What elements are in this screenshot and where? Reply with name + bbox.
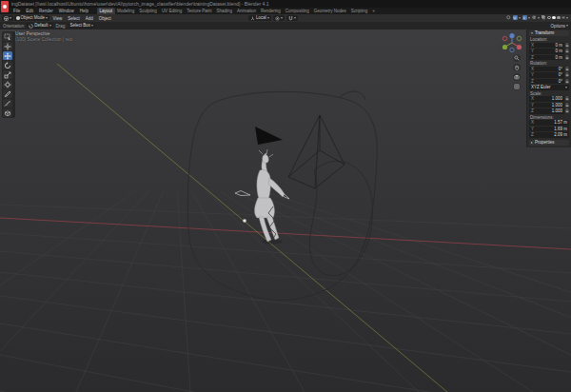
tool-cursor[interactable]: [3, 42, 12, 50]
mode-selector[interactable]: Object Mode: [14, 15, 49, 21]
orientation-value: Local: [256, 15, 266, 21]
shading-wireframe-button[interactable]: [547, 16, 551, 20]
tab-rendering[interactable]: Rendering: [258, 8, 283, 14]
menu-add[interactable]: Add: [83, 16, 95, 21]
snap-dropdown[interactable]: [286, 15, 298, 21]
snap-toggle[interactable]: [513, 15, 518, 20]
add-workspace-button[interactable]: +: [370, 8, 378, 14]
chevron-down-icon: [531, 32, 533, 34]
menu-edit[interactable]: Edit: [23, 9, 36, 13]
camera-view-button[interactable]: [513, 73, 521, 81]
location-y-field[interactable]: Y0 m: [529, 49, 564, 54]
measure-ruler-icon: [4, 100, 11, 108]
menu-file[interactable]: File: [10, 9, 23, 13]
xray-toggle[interactable]: [541, 15, 546, 20]
lock-open-icon[interactable]: [565, 72, 569, 77]
scale-x-field[interactable]: X1.000: [529, 96, 564, 102]
menu-help[interactable]: Help: [77, 9, 91, 13]
rotation-z-field[interactable]: Z0°: [529, 79, 564, 85]
tool-transform[interactable]: [3, 80, 12, 88]
gizmo-z-axis[interactable]: [509, 33, 514, 38]
gizmo-x-axis[interactable]: [517, 45, 522, 49]
tool-select-box[interactable]: [3, 32, 12, 41]
lock-open-icon[interactable]: [565, 55, 569, 60]
viewport-nav-buttons: [513, 54, 521, 90]
location-label: Location:: [530, 37, 569, 42]
tool-scale[interactable]: [3, 70, 12, 79]
transform-panel-header[interactable]: Transform: [529, 30, 569, 36]
menu-view[interactable]: View: [50, 16, 65, 21]
tool-add-cube[interactable]: [3, 108, 12, 117]
tab-uv-editing[interactable]: UV Editing: [159, 8, 184, 14]
gizmos-toggle[interactable]: [522, 15, 527, 20]
pan-button[interactable]: [513, 64, 521, 71]
properties-panel-header[interactable]: Properties: [529, 140, 569, 146]
3d-viewport[interactable]: User Perspective (100) Scene Collection …: [0, 29, 571, 392]
tool-orientation-value: Default: [34, 23, 48, 29]
rotation-y-field[interactable]: Y0°: [529, 72, 564, 78]
chevron-down-icon[interactable]: [519, 17, 521, 19]
lock-open-icon[interactable]: [565, 49, 569, 53]
tab-shading[interactable]: Shading: [214, 8, 235, 14]
chevron-down-icon: [565, 87, 567, 88]
tool-annotate[interactable]: [3, 89, 12, 98]
tool-move[interactable]: [3, 51, 12, 60]
chevron-down-icon[interactable]: [538, 17, 540, 19]
perspective-toggle-button[interactable]: [513, 83, 521, 90]
shading-rendered-button[interactable]: [561, 16, 565, 20]
lock-open-icon[interactable]: [565, 103, 569, 108]
tab-texture-paint[interactable]: Texture Paint: [185, 8, 214, 14]
magnet-icon: [288, 16, 293, 21]
pivot-point-dropdown[interactable]: [273, 15, 285, 21]
dimensions-y-field[interactable]: Y1.69 m: [529, 127, 569, 132]
tab-sculpting[interactable]: Sculpting: [137, 8, 160, 14]
dimensions-x-field[interactable]: X1.57 m: [529, 120, 569, 126]
drag-mode-dropdown[interactable]: Select Box: [69, 23, 96, 29]
tab-geometry-nodes[interactable]: Geometry Nodes: [311, 8, 348, 14]
location-x-field[interactable]: X0 m: [529, 43, 564, 49]
menu-window[interactable]: Window: [56, 9, 77, 13]
tab-compositing[interactable]: Compositing: [283, 8, 311, 14]
shading-material-button[interactable]: [557, 16, 561, 20]
tab-scripting[interactable]: Scripting: [348, 8, 370, 14]
lock-open-icon[interactable]: [565, 43, 569, 48]
gizmo-y-axis[interactable]: [502, 45, 507, 49]
menu-select[interactable]: Select: [66, 16, 83, 21]
pivot-point-icon: [275, 16, 280, 21]
menu-object[interactable]: Object: [96, 16, 113, 21]
zoom-button[interactable]: [513, 54, 521, 62]
dimensions-label: Dimensions:: [530, 115, 569, 120]
lock-open-icon[interactable]: [565, 67, 569, 71]
lock-open-icon[interactable]: [565, 96, 569, 101]
viewport-background: [0, 29, 571, 392]
chevron-down-icon[interactable]: [528, 17, 530, 19]
tab-animation[interactable]: Animation: [234, 8, 258, 14]
options-dropdown[interactable]: Options: [550, 24, 568, 29]
editor-type-button[interactable]: [2, 15, 13, 21]
transform-orientation-dropdown[interactable]: Local: [248, 15, 271, 21]
overlays-toggle[interactable]: [532, 15, 537, 20]
tab-modeling[interactable]: Modeling: [115, 8, 137, 14]
sidebar-panel: Transform Location: X0 m Y0 m Z0 m Rotat…: [526, 29, 571, 147]
scale-y-field[interactable]: Y1.000: [529, 103, 564, 108]
tool-rotate[interactable]: [3, 61, 12, 69]
rotation-mode-dropdown[interactable]: XYZ Euler: [529, 85, 569, 90]
menu-render[interactable]: Render: [36, 9, 56, 13]
proportional-editing-icon[interactable]: [506, 15, 511, 20]
lock-open-icon[interactable]: [565, 108, 569, 113]
empty-sphere[interactable]: [243, 219, 246, 223]
location-z-field[interactable]: Z0 m: [529, 55, 564, 61]
scale-z-field[interactable]: Z1.000: [529, 108, 564, 114]
tool-measure[interactable]: [3, 99, 12, 108]
select-box-icon: [4, 33, 11, 41]
options-label: Options: [550, 24, 565, 29]
transform-panel-title: Transform: [535, 30, 554, 36]
tab-layout[interactable]: Layout: [97, 8, 115, 14]
rotation-x-field[interactable]: X0°: [529, 67, 564, 72]
chevron-down-icon[interactable]: [566, 17, 568, 19]
lock-open-icon[interactable]: [565, 79, 569, 84]
tool-orientation-dropdown[interactable]: Default: [27, 23, 52, 29]
navigation-gizmo[interactable]: [501, 31, 523, 54]
dimensions-z-field[interactable]: Z2.09 m: [529, 132, 569, 138]
shading-solid-button[interactable]: [552, 16, 556, 20]
